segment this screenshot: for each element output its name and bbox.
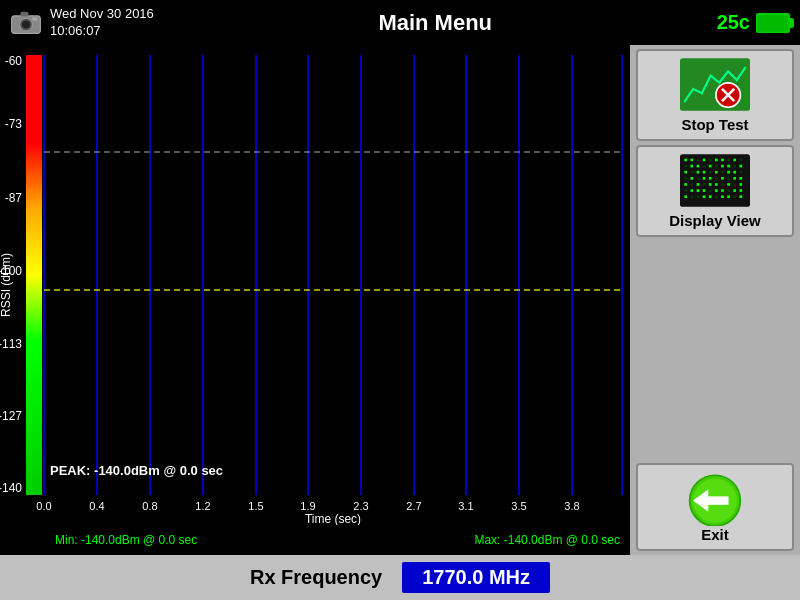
svg-rect-44 <box>733 165 736 168</box>
display-view-button[interactable]: Display View <box>636 145 794 237</box>
datetime: Wed Nov 30 2016 10:06:07 <box>50 6 154 40</box>
svg-rect-35 <box>740 159 743 162</box>
svg-rect-90 <box>709 195 712 198</box>
x-label-3: 1.2 <box>195 500 210 512</box>
svg-rect-72 <box>721 183 724 186</box>
peak-label: PEAK: -140.0dBm @ 0.0 sec <box>50 463 223 478</box>
svg-rect-59 <box>703 177 706 180</box>
x-label-2: 0.8 <box>142 500 157 512</box>
x-label-4: 1.5 <box>248 500 263 512</box>
svg-rect-58 <box>697 177 700 180</box>
svg-rect-3 <box>20 11 28 16</box>
svg-rect-66 <box>684 183 687 186</box>
svg-rect-29 <box>703 159 706 162</box>
svg-rect-36 <box>684 165 687 168</box>
rx-frequency-label: Rx Frequency <box>250 566 382 589</box>
svg-rect-45 <box>740 165 743 168</box>
svg-rect-70 <box>709 183 712 186</box>
stop-test-icon <box>680 57 750 112</box>
svg-rect-57 <box>691 177 694 180</box>
svg-rect-54 <box>733 171 736 174</box>
x-label-10: 3.8 <box>564 500 579 512</box>
svg-rect-89 <box>703 195 706 198</box>
svg-rect-42 <box>721 165 724 168</box>
svg-rect-67 <box>691 183 694 186</box>
svg-rect-32 <box>721 159 724 162</box>
x-axis-title: Time (sec) <box>305 512 361 525</box>
svg-rect-86 <box>684 195 687 198</box>
y-label-5: -127 <box>0 409 22 423</box>
x-label-0: 0.0 <box>36 500 51 512</box>
x-label-6: 2.3 <box>353 500 368 512</box>
svg-rect-46 <box>684 171 687 174</box>
svg-rect-48 <box>697 171 700 174</box>
y-axis-title: RSSI (dBm) <box>0 253 13 317</box>
exit-icon <box>680 471 750 526</box>
svg-rect-76 <box>684 189 687 192</box>
header-left: Wed Nov 30 2016 10:06:07 <box>10 6 154 40</box>
rx-frequency-value: 1770.0 MHz <box>402 562 550 593</box>
x-label-5: 1.9 <box>300 500 315 512</box>
svg-rect-83 <box>727 189 730 192</box>
svg-rect-99 <box>707 496 729 504</box>
y-label-0: -60 <box>5 54 23 68</box>
svg-rect-88 <box>697 195 700 198</box>
exit-button[interactable]: Exit <box>636 463 794 551</box>
svg-rect-6 <box>44 55 622 495</box>
battery-icon <box>756 13 790 33</box>
svg-rect-87 <box>691 195 694 198</box>
svg-rect-77 <box>691 189 694 192</box>
svg-rect-68 <box>697 183 700 186</box>
page-title: Main Menu <box>154 10 717 36</box>
svg-rect-21 <box>680 58 750 111</box>
svg-rect-60 <box>709 177 712 180</box>
x-label-8: 3.1 <box>458 500 473 512</box>
svg-rect-56 <box>684 177 687 180</box>
date-text: Wed Nov 30 2016 <box>50 6 154 23</box>
svg-rect-82 <box>721 189 724 192</box>
svg-rect-62 <box>721 177 724 180</box>
svg-rect-78 <box>697 189 700 192</box>
svg-rect-53 <box>727 171 730 174</box>
main-area: -60 -73 -87 -100 -113 -127 -140 RSSI (dB… <box>0 45 800 555</box>
svg-rect-69 <box>703 183 706 186</box>
svg-rect-80 <box>709 189 712 192</box>
svg-point-2 <box>22 20 30 28</box>
battery-temp: 25c <box>717 11 750 34</box>
chart-container: -60 -73 -87 -100 -113 -127 -140 RSSI (dB… <box>0 45 630 555</box>
svg-rect-4 <box>32 17 37 20</box>
svg-rect-92 <box>721 195 724 198</box>
svg-rect-28 <box>697 159 700 162</box>
svg-rect-75 <box>740 183 743 186</box>
exit-label: Exit <box>701 526 729 543</box>
svg-rect-43 <box>727 165 730 168</box>
svg-rect-73 <box>727 183 730 186</box>
footer: Rx Frequency 1770.0 MHz <box>0 555 800 600</box>
svg-rect-74 <box>733 183 736 186</box>
camera-icon <box>10 9 42 37</box>
stop-test-button[interactable]: Stop Test <box>636 49 794 141</box>
y-label-6: -140 <box>0 481 22 495</box>
x-label-7: 2.7 <box>406 500 421 512</box>
x-label-9: 3.5 <box>511 500 526 512</box>
svg-rect-34 <box>733 159 736 162</box>
max-label: Max: -140.0dBm @ 0.0 sec <box>474 533 620 547</box>
svg-rect-64 <box>733 177 736 180</box>
y-label-2: -87 <box>5 191 23 205</box>
sidebar: Stop Test <box>630 45 800 555</box>
svg-rect-65 <box>740 177 743 180</box>
svg-rect-40 <box>709 165 712 168</box>
svg-rect-49 <box>703 171 706 174</box>
svg-rect-93 <box>727 195 730 198</box>
battery-area: 25c <box>717 11 790 34</box>
chart-area: -60 -73 -87 -100 -113 -127 -140 RSSI (dB… <box>0 45 630 525</box>
svg-rect-94 <box>733 195 736 198</box>
display-view-icon <box>680 153 750 208</box>
svg-rect-41 <box>715 165 718 168</box>
stop-test-label: Stop Test <box>681 116 748 133</box>
svg-rect-31 <box>715 159 718 162</box>
svg-rect-25 <box>680 154 750 207</box>
y-label-1: -73 <box>5 117 23 131</box>
svg-rect-37 <box>691 165 694 168</box>
svg-rect-91 <box>715 195 718 198</box>
